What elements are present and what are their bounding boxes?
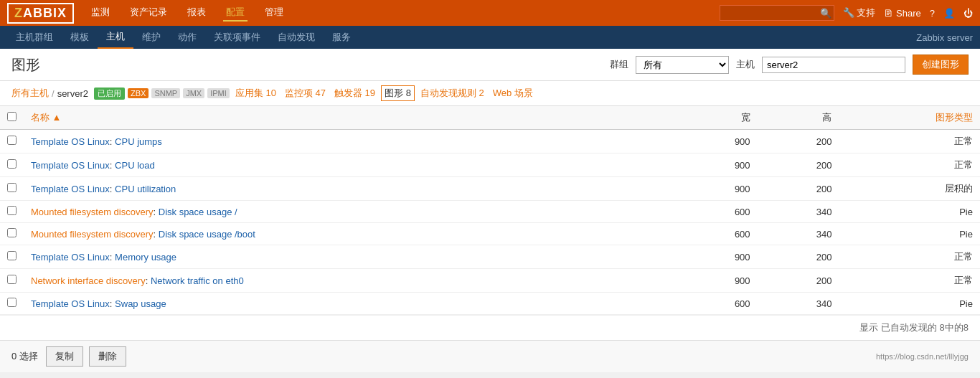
logo[interactable]: ZABBIX [7, 3, 74, 24]
row-type-4: Pie [839, 223, 980, 245]
row-suffix-link-0[interactable]: CPU jumps [115, 136, 162, 147]
row-prefix-link-6[interactable]: Network interface discovery [31, 275, 146, 286]
row-height-7: 340 [758, 293, 839, 315]
search-icon[interactable]: 🔍 [820, 8, 831, 19]
row-height-3: 340 [758, 201, 839, 223]
tag-snmp[interactable]: SNMP [151, 88, 180, 98]
nav-monitor[interactable]: 监测 [88, 4, 113, 22]
row-checkbox-5[interactable] [7, 251, 17, 260]
row-suffix-link-5[interactable]: Memory usage [115, 252, 176, 263]
breadcrumb-all-hosts[interactable]: 所有主机 [11, 87, 49, 100]
row-checkbox-7[interactable] [7, 298, 17, 307]
bottom-url: https://blog.csdn.net/lllyjgg [876, 352, 969, 361]
table-row: Template OS Linux: CPU utilization 900 2… [0, 177, 980, 201]
tab-discovery-rules[interactable]: 自动发现规则 2 [418, 85, 487, 101]
row-suffix-link-3[interactable]: Disk space usage / [159, 207, 237, 217]
top-nav-right: 🔍 🔧 支持 🖹 Share ? 👤 ⏻ [720, 5, 973, 21]
copy-button[interactable]: 复制 [46, 346, 83, 367]
row-width-4: 600 [676, 223, 758, 245]
graph-table: 名称 ▲ 宽 高 图形类型 Template OS Linux: CPU jum… [0, 106, 980, 315]
row-type-0: 正常 [839, 130, 980, 153]
tab-web-scenarios[interactable]: Web 场景 [490, 85, 536, 101]
subnav-actions[interactable]: 动作 [169, 26, 205, 49]
row-prefix-link-7[interactable]: Template OS Linux [31, 298, 110, 309]
col-name[interactable]: 名称 ▲ [24, 106, 676, 130]
table-row: Network interface discovery: Network tra… [0, 269, 980, 293]
nav-reports[interactable]: 报表 [184, 4, 209, 22]
tab-graphs[interactable]: 图形 8 [381, 85, 415, 101]
row-suffix-link-4[interactable]: Disk space usage /boot [159, 229, 255, 240]
page-title: 图形 [11, 55, 40, 75]
row-suffix-link-1[interactable]: CPU load [115, 160, 155, 171]
row-prefix-link-3[interactable]: Mounted filesystem discovery [31, 207, 154, 217]
nav-assets[interactable]: 资产记录 [127, 4, 170, 22]
search-input[interactable] [720, 5, 834, 21]
row-prefix-link-1[interactable]: Template OS Linux [31, 160, 110, 171]
share-link[interactable]: 🖹 Share [884, 8, 920, 19]
subnav-maintenance[interactable]: 维护 [133, 26, 169, 49]
user-icon[interactable]: 👤 [943, 8, 955, 19]
row-checkbox-3[interactable] [7, 206, 17, 215]
select-all-checkbox[interactable] [7, 112, 17, 121]
nav-config[interactable]: 配置 [223, 4, 248, 22]
power-icon[interactable]: ⏻ [963, 8, 973, 19]
row-checkbox-4[interactable] [7, 228, 17, 237]
help-icon[interactable]: ? [930, 8, 935, 19]
table-header-row: 名称 ▲ 宽 高 图形类型 [0, 106, 980, 130]
row-width-6: 900 [676, 269, 758, 293]
col-width: 宽 [676, 106, 758, 130]
create-graph-button[interactable]: 创建图形 [913, 55, 969, 75]
graph-table-wrapper: 名称 ▲ 宽 高 图形类型 Template OS Linux: CPU jum… [0, 106, 980, 340]
tab-items[interactable]: 监控项 47 [282, 85, 329, 101]
tag-ipmi[interactable]: IPMI [207, 88, 230, 98]
tab-applications[interactable]: 应用集 10 [232, 85, 279, 101]
already-used-badge: 已启用 [94, 88, 125, 100]
row-suffix-link-2[interactable]: CPU utilization [115, 184, 176, 194]
host-input[interactable] [762, 57, 905, 73]
subnav-hosts[interactable]: 主机 [98, 26, 133, 49]
table-row: Template OS Linux: CPU jumps 900 200 正常 [0, 130, 980, 153]
row-suffix-link-7[interactable]: Swap usage [115, 298, 166, 309]
subnav-services[interactable]: 服务 [324, 26, 359, 49]
row-width-7: 600 [676, 293, 758, 315]
row-suffix-link-6[interactable]: Network traffic on eth0 [151, 275, 244, 286]
subnav-discovery[interactable]: 自动发现 [269, 26, 324, 49]
col-height: 高 [758, 106, 839, 130]
breadcrumb-area: 所有主机 / server2 已启用 ZBX SNMP JMX IPMI 应用集… [0, 81, 980, 106]
nav-admin[interactable]: 管理 [262, 4, 286, 22]
row-checkbox-1[interactable] [7, 159, 17, 169]
row-prefix-link-0[interactable]: Template OS Linux [31, 136, 110, 147]
row-checkbox-6[interactable] [7, 275, 17, 284]
tab-triggers[interactable]: 触发器 19 [331, 85, 378, 101]
page-header: 图形 群组 所有 主机 创建图形 [0, 49, 980, 81]
row-height-2: 200 [758, 177, 839, 201]
row-checkbox-2[interactable] [7, 183, 17, 192]
row-height-0: 200 [758, 130, 839, 153]
breadcrumb-separator: / [52, 88, 55, 99]
page-filters: 群组 所有 主机 创建图形 [610, 55, 969, 75]
row-type-2: 层积的 [839, 177, 980, 201]
row-prefix-link-5[interactable]: Template OS Linux [31, 252, 110, 263]
support-link[interactable]: 🔧 支持 [843, 6, 876, 19]
table-footer: 显示 已自动发现的 8中的8 [0, 315, 980, 340]
col-type: 图形类型 [839, 106, 980, 130]
group-select[interactable]: 所有 [636, 56, 729, 74]
row-type-1: 正常 [839, 153, 980, 177]
subnav-correlations[interactable]: 关联项事件 [205, 26, 269, 49]
delete-button[interactable]: 删除 [89, 346, 126, 367]
table-row: Mounted filesystem discovery: Disk space… [0, 201, 980, 223]
row-prefix-link-2[interactable]: Template OS Linux [31, 184, 110, 194]
row-width-0: 900 [676, 130, 758, 153]
table-row: Template OS Linux: Memory usage 900 200 … [0, 245, 980, 269]
tag-jmx[interactable]: JMX [183, 88, 204, 98]
row-prefix-link-4[interactable]: Mounted filesystem discovery [31, 229, 154, 240]
tag-zbx[interactable]: ZBX [128, 88, 149, 98]
subnav-hostgroups[interactable]: 主机群组 [7, 26, 62, 49]
row-checkbox-0[interactable] [7, 136, 17, 145]
row-height-4: 340 [758, 223, 839, 245]
row-height-6: 200 [758, 269, 839, 293]
subnav-templates[interactable]: 模板 [62, 26, 98, 49]
row-type-5: 正常 [839, 245, 980, 269]
host-label: 主机 [736, 58, 755, 71]
group-label: 群组 [610, 58, 628, 71]
